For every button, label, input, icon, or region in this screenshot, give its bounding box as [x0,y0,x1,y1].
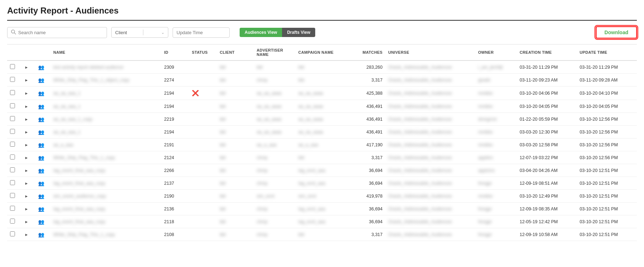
client-blurred: bbl [220,194,226,199]
owner-blurred: mmbbs [478,91,493,96]
name-blurred: tag_event_final_aaa_copy [53,206,106,211]
campaign-blurred: bbl [298,155,305,160]
row-expand-cell[interactable]: ► [21,203,35,215]
expand-button[interactable]: ► [24,232,29,237]
row-checkbox[interactable] [10,193,15,198]
row-owner: mmbbs [475,87,517,100]
campaign-blurred: tag_evnt_aaa [298,219,326,224]
row-update: 03-10-20 12:56 PM [577,126,637,138]
row-checkbox-cell[interactable] [7,87,21,100]
row-expand-cell[interactable]: ► [21,100,35,113]
update-time-input[interactable] [173,27,230,38]
row-checkbox-cell[interactable] [7,203,21,215]
row-checkbox-cell[interactable] [7,177,21,190]
row-expand-cell[interactable]: ► [21,87,35,100]
row-status [189,190,217,203]
row-checkbox[interactable] [10,129,15,134]
row-checkbox-cell[interactable] [7,215,21,228]
row-checkbox[interactable] [10,116,15,121]
row-status [189,61,217,74]
row-expand-cell[interactable]: ► [21,228,35,241]
row-expand-cell[interactable]: ► [21,164,35,177]
row-checkbox[interactable] [10,167,15,172]
universe-blurred: Oracle_Addressable_Audiences [388,104,452,109]
expand-button[interactable]: ► [24,104,29,109]
row-update: 03-10-20 12:51 PM [577,215,637,228]
owner-blurred: fmngpr [478,219,492,224]
expand-button[interactable]: ► [24,143,29,147]
row-checkbox-cell[interactable] [7,100,21,113]
row-expand-cell[interactable]: ► [21,138,35,151]
universe-blurred: Oracle_Addressable_Audiences [388,168,452,173]
search-input[interactable] [18,30,103,35]
universe-blurred: Oracle_Addressable_Audiences [388,91,452,96]
expand-button[interactable]: ► [24,65,29,69]
drafts-view-button[interactable]: Drafts View [282,28,315,37]
download-button[interactable]: Download [596,26,637,38]
expand-button[interactable]: ► [24,194,29,198]
expand-button[interactable]: ► [24,181,29,185]
audiences-view-button[interactable]: Audiences View [240,28,282,37]
expand-button[interactable]: ► [24,220,29,224]
client-dropdown[interactable]: Client ⌄ [111,27,168,38]
name-blurred: aa_aa_aaa_1 [53,91,81,96]
row-checkbox-cell[interactable] [7,61,21,74]
campaign-blurred: bbl [298,232,305,237]
row-checkbox-cell[interactable] [7,126,21,138]
client-blurred: bbl [220,142,226,147]
row-checkbox[interactable] [10,219,15,224]
expand-button[interactable]: ► [24,207,29,211]
row-checkbox-cell[interactable] [7,151,21,164]
row-expand-cell[interactable]: ► [21,151,35,164]
row-checkbox[interactable] [10,90,15,95]
row-expand-cell[interactable]: ► [21,113,35,126]
row-expand-cell[interactable]: ► [21,126,35,138]
expand-button[interactable]: ► [24,130,29,134]
row-checkbox-cell[interactable] [7,74,21,87]
advertiser-blurred: aa_aa_aaaa [257,91,282,96]
row-expand-cell[interactable]: ► [21,61,35,74]
svg-line-1 [14,33,16,34]
row-checkbox-cell[interactable] [7,164,21,177]
row-checkbox-cell[interactable] [7,138,21,151]
row-expand-cell[interactable]: ► [21,215,35,228]
row-name: White_Ship_Flag_This_1_object_copy [51,74,162,87]
row-checkbox[interactable] [10,180,15,185]
row-matches: 36,694 [348,177,385,190]
row-checkbox[interactable] [10,142,15,147]
client-blurred: bbl [220,65,226,70]
row-status [189,164,217,177]
row-checkbox[interactable] [10,155,15,159]
row-checkbox[interactable] [10,64,15,69]
row-campaign: aa_a_aaa [296,138,349,151]
client-blurred: bbl [220,219,226,224]
expand-button[interactable]: ► [24,168,29,173]
row-icon-cell: 👥 [35,61,51,74]
row-matches: 36,694 [348,164,385,177]
header-creation: CREATION TIME [517,44,577,61]
expand-button[interactable]: ► [24,91,29,95]
row-expand-cell[interactable]: ► [21,74,35,87]
row-status [189,177,217,190]
universe-blurred: Oracle_Addressable_Audiences [388,194,452,199]
expand-button[interactable]: ► [24,156,29,160]
chevron-down-icon: ⌄ [161,30,164,35]
name-blurred: White_Ship_Flag_This_1_object_copy [53,78,129,83]
row-status: ❌ [189,87,217,100]
expand-button[interactable]: ► [24,117,29,121]
row-expand-cell[interactable]: ► [21,177,35,190]
row-expand-cell[interactable]: ► [21,190,35,203]
header-campaign: CAMPAIGN NAME [296,44,349,61]
audience-icon: 👥 [38,116,44,122]
row-checkbox-cell[interactable] [7,113,21,126]
row-checkbox[interactable] [10,103,15,108]
row-checkbox[interactable] [10,77,15,82]
expand-button[interactable]: ► [24,78,29,82]
advertiser-blurred: chmp [257,219,268,224]
row-checkbox[interactable] [10,231,15,236]
row-status [189,138,217,151]
table-row: ► 👥 White_Ship_Flag_This_1_object_copy 2… [7,74,637,87]
row-checkbox-cell[interactable] [7,190,21,203]
row-checkbox-cell[interactable] [7,228,21,241]
row-checkbox[interactable] [10,206,15,211]
